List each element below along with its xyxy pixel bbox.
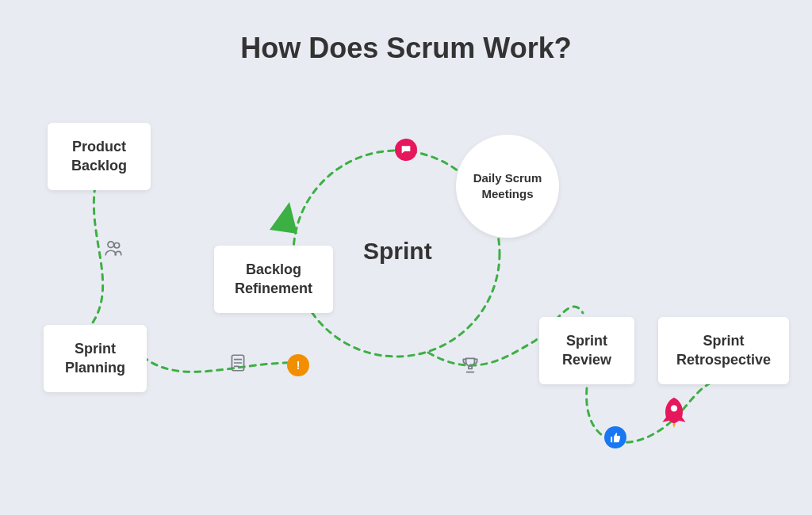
rocket-icon xyxy=(657,395,691,429)
card-backlog-refinement: Backlog Refinement xyxy=(214,246,333,313)
card-daily-scrum: Daily Scrum Meetings xyxy=(456,135,559,238)
card-label: Backlog Refinement xyxy=(235,261,312,296)
thumbs-up-icon xyxy=(604,426,626,448)
card-label: Product Backlog xyxy=(71,139,127,174)
card-label: Sprint Retrospective xyxy=(676,333,771,368)
card-sprint-review: Sprint Review xyxy=(539,317,634,384)
checklist-icon xyxy=(228,353,248,373)
card-label: Sprint Review xyxy=(562,333,611,368)
alert-icon: ! xyxy=(287,354,309,376)
chat-icon xyxy=(395,139,417,161)
svg-point-2 xyxy=(108,242,114,248)
card-sprint-planning: Sprint Planning xyxy=(44,325,147,392)
team-icon xyxy=(103,238,124,258)
svg-marker-1 xyxy=(270,202,297,234)
trophy-icon xyxy=(460,355,481,376)
diagram-title: How Does Scrum Work? xyxy=(0,32,812,65)
card-sprint-retrospective: Sprint Retrospective xyxy=(658,317,789,384)
svg-point-3 xyxy=(114,243,120,249)
sprint-center-label: Sprint xyxy=(363,238,432,265)
card-product-backlog: Product Backlog xyxy=(48,123,151,190)
card-label: Daily Scrum Meetings xyxy=(473,170,542,203)
svg-point-5 xyxy=(671,405,677,411)
card-label: Sprint Planning xyxy=(65,341,125,376)
